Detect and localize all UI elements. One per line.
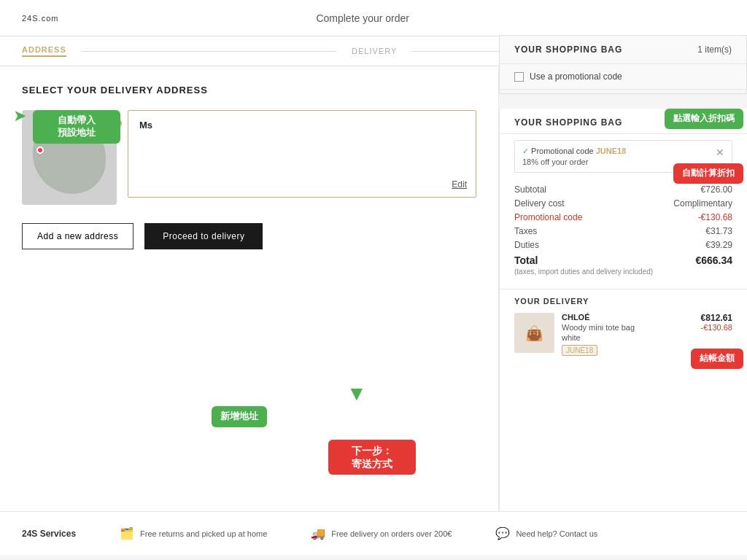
product-name: Woody mini tote bag	[562, 323, 694, 332]
logo: 24S.com	[22, 14, 58, 23]
header: 24S.com Complete your order	[0, 0, 747, 36]
total-note: (taxes, import duties and delivery inclu…	[514, 268, 732, 276]
address-card: Ms Edit	[128, 110, 476, 198]
annotation-auto-address: 自動帶入預設地址	[33, 110, 120, 144]
summary-taxes: Taxes €31.73	[514, 226, 732, 236]
promo-applied-left: ✓ Promotional code JUNE18 18% off your o…	[522, 147, 626, 166]
annotation-promo-click: 點選輸入折扣碼	[665, 109, 743, 129]
promo-applied-code: ✓ Promotional code JUNE18	[522, 147, 626, 156]
promo-tag: JUNE18	[562, 345, 597, 356]
summary-duties: Duties €39.29	[514, 240, 732, 250]
top-bag-panel: YOUR SHOPPING BAG 1 item(s) Use a promot…	[499, 35, 747, 94]
summary-delivery: Delivery cost Complimentary	[514, 198, 732, 209]
product-thumb: 👜	[514, 313, 554, 353]
promo-code-text: JUNE18	[596, 147, 627, 155]
address-card-wrapper: Ms Edit	[128, 110, 476, 205]
product-color: white	[562, 333, 694, 342]
product-pricing: €812.61 -€130.68	[701, 313, 732, 332]
footer-brand: 24S Services	[22, 529, 76, 539]
summary-subtotal: Subtotal €726.00	[514, 184, 732, 195]
step-delivery[interactable]: DELIVERY	[352, 47, 397, 55]
edit-link[interactable]: Edit	[452, 179, 467, 190]
delivery-icon: 🚚	[311, 526, 325, 540]
product-info: CHLOÉ Woody mini tote bag white JUNE18	[562, 313, 694, 356]
promo-section[interactable]: Use a promotional code	[500, 64, 746, 90]
add-address-button[interactable]: Add a new address	[22, 223, 133, 249]
annotation-next-step: 下一步：寄送方式	[328, 440, 416, 475]
promo-checkbox[interactable]	[514, 72, 524, 82]
delivery-title: YOUR DELIVERY	[514, 297, 732, 306]
footer-service-3[interactable]: 💬 Need help? Contact us	[495, 526, 597, 540]
main-layout: SELECT YOUR DELIVERY ADDRESS ➤ 自動帶入預設地址 …	[0, 66, 747, 511]
promo-label: Use a promotional code	[530, 71, 622, 82]
section-title: SELECT YOUR DELIVERY ADDRESS	[22, 85, 476, 96]
summary-total: Total €666.34	[514, 254, 732, 266]
map-dot	[36, 147, 44, 154]
active-bag-title: YOUR SHOPPING BAG	[514, 117, 622, 128]
left-panel: SELECT YOUR DELIVERY ADDRESS ➤ 自動帶入預設地址 …	[0, 66, 499, 511]
annotation-checkout-total: 結帳金額	[691, 349, 743, 369]
step-line-1	[81, 51, 337, 52]
shopping-bag-top: YOUR SHOPPING BAG 1 item(s)	[500, 36, 746, 64]
summary-promo: Promotional code -€130.68	[514, 212, 732, 222]
footer-service-1: 🗂️ Free returns and picked up at home	[120, 526, 267, 540]
help-icon: 💬	[495, 526, 510, 540]
product-discount-price: -€130.68	[701, 323, 732, 332]
arrow-down-icon: ▼	[347, 382, 367, 405]
annotation-auto-discount: 自動計算折扣	[673, 163, 743, 184]
action-buttons: Add a new address Proceed to delivery	[22, 223, 476, 249]
address-name: Ms	[139, 120, 465, 131]
footer: 24S Services 🗂️ Free returns and picked …	[0, 511, 747, 555]
promo-discount-line: 18% off your order	[522, 158, 626, 166]
header-title: Complete your order	[316, 12, 409, 24]
product-price: €812.61	[701, 313, 732, 323]
proceed-to-delivery-button[interactable]: Proceed to delivery	[144, 223, 263, 249]
top-bag-count: 1 item(s)	[697, 44, 732, 55]
product-brand: CHLOÉ	[562, 313, 694, 322]
order-summary: Subtotal €726.00 Delivery cost Complimen…	[500, 179, 747, 289]
footer-service-2: 🚚 Free delivery on orders over 200€	[311, 526, 452, 540]
step-address[interactable]: ADDRESS	[22, 45, 66, 57]
arrow-address-icon: ➤	[13, 106, 26, 125]
returns-icon: 🗂️	[120, 526, 134, 540]
top-bag-title: YOUR SHOPPING BAG	[514, 44, 622, 55]
promo-close-button[interactable]: ✕	[716, 147, 724, 158]
annotation-new-address: 新增地址	[212, 406, 267, 427]
right-panel: YOUR SHOPPING BAG 1 item(s) 點選輸入折扣碼 ✓ Pr…	[499, 109, 747, 511]
